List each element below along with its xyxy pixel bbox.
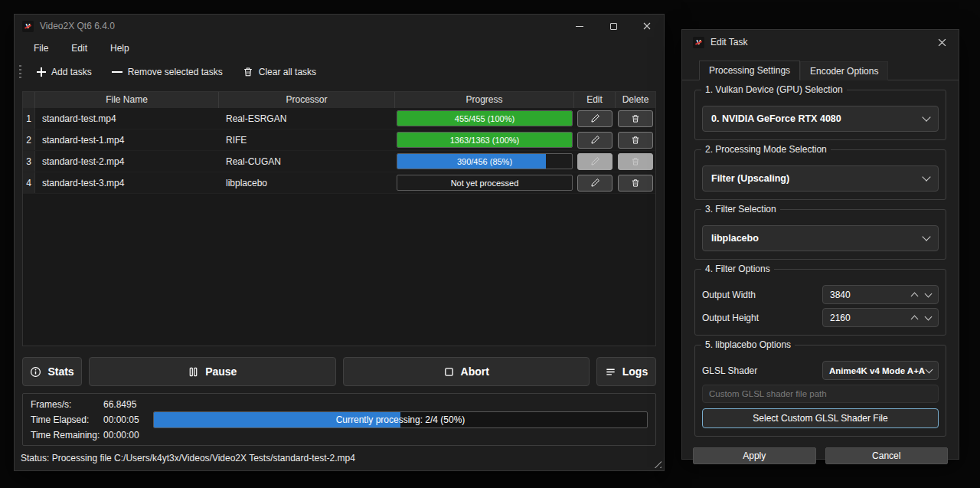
filter-group-legend: 3. Filter Selection [701,204,780,215]
stats-label: Stats [47,365,74,378]
chevron-up-icon[interactable] [911,292,919,300]
remove-selected-tasks-button[interactable]: Remove selected tasks [106,63,229,81]
output-height-label: Output Height [702,313,759,323]
dialog-close-button[interactable] [925,30,959,54]
abort-label: Abort [461,365,489,378]
gpu-select[interactable]: 0. NVIDIA GeForce RTX 4080 [702,106,939,132]
processing-mode-select[interactable]: Filter (Upscaling) [702,165,939,192]
cell-processor: RIFE [219,129,395,150]
trash-icon [631,157,640,166]
maximize-button[interactable] [596,15,630,38]
output-height-value: 2160 [823,313,912,323]
tab-encoder-options[interactable]: Encoder Options [800,61,888,80]
add-tasks-button[interactable]: Add tasks [31,63,98,81]
row-number: 1 [23,108,35,129]
close-icon [938,38,946,47]
tab-processing-settings[interactable]: Processing Settings [699,61,800,80]
clear-all-tasks-button[interactable]: Clear all tasks [237,63,322,81]
gpu-select-value: 0. NVIDIA GeForce RTX 4080 [711,113,841,124]
select-custom-shader-button[interactable]: Select Custom GLSL Shader File [702,408,939,428]
logs-label: Logs [622,365,648,378]
table-row[interactable]: 4 standard-test-3.mp4 libplacebo Not yet… [23,172,655,194]
output-width-stepper[interactable]: 3840 [822,285,939,304]
time-elapsed-label: Time Elapsed: [31,414,103,425]
cell-edit [574,129,616,150]
menu-help[interactable]: Help [99,39,141,57]
cell-file-name: standard-test-1.mp4 [35,129,219,150]
header-gutter [23,92,35,108]
glsl-shader-row: GLSL Shader Anime4K v4 Mode A+A [702,361,939,380]
header-processor[interactable]: Processor [219,92,395,108]
apply-button[interactable]: Apply [693,447,816,464]
edit-button-disabled [577,153,612,170]
table-row[interactable]: 2 standard-test-1.mp4 RIFE 1363/1363 (10… [23,129,655,151]
toolbar-drag-handle[interactable] [19,65,21,79]
add-tasks-label: Add tasks [51,67,92,77]
metrics: Frames/s: 66.8495 Time Elapsed: 00:00:05… [31,399,145,441]
edit-button[interactable] [577,110,612,127]
header-delete[interactable]: Delete [616,92,655,108]
chevron-up-icon[interactable] [911,315,919,323]
glsl-shader-value: Anime4K v4 Mode A+A [829,366,925,375]
progress-label: 390/456 (85%) [397,154,572,169]
statusbar: Status: Processing file C:/Users/k4yt3x/… [15,446,664,470]
table-row[interactable]: 3 standard-test-2.mp4 Real-CUGAN 390/456… [23,151,655,172]
output-width-label: Output Width [702,290,756,300]
overall-progress-label: Currently processing: 2/4 (50%) [154,412,647,427]
header-file-name[interactable]: File Name [35,92,219,108]
gpu-selection-group: 1. Vulkan Device (GPU) Selection 0. NVID… [694,90,946,140]
chevron-down-icon[interactable] [925,290,933,297]
progress-label: Not yet processed [397,175,572,191]
cancel-button[interactable]: Cancel [825,447,949,464]
resize-grip[interactable] [653,460,662,468]
logs-button[interactable]: Logs [596,357,656,386]
edit-button[interactable] [577,175,612,192]
filter-selection-group: 3. Filter Selection libplacebo [694,209,946,260]
time-remaining-label: Time Remaining: [31,430,103,441]
menubar: File Edit Help [15,38,664,59]
close-button[interactable] [630,15,664,38]
glsl-shader-label: GLSL Shader [702,365,757,376]
filter-options-group: 4. Filter Options Output Width 3840 Outp… [694,269,946,336]
delete-button[interactable] [618,132,653,149]
output-height-stepper[interactable]: 2160 [822,308,939,327]
logs-icon [605,366,616,378]
row-number: 4 [23,172,35,193]
pause-label: Pause [205,365,237,378]
pause-button[interactable]: Pause [89,357,336,386]
chevron-down-icon [922,113,930,121]
app-icon: V [22,21,34,32]
stats-button[interactable]: Stats [22,357,82,386]
table-row[interactable]: 1 standard-test.mp4 Real-ESRGAN 455/455 … [23,108,655,129]
processing-mode-value: Filter (Upscaling) [711,173,789,184]
custom-shader-path-input[interactable] [702,385,939,403]
glsl-shader-select[interactable]: Anime4K v4 Mode A+A [822,361,939,380]
progress-bar: 1363/1363 (100%) [397,132,573,148]
abort-button[interactable]: Abort [343,357,590,386]
cell-edit [574,108,616,129]
minimize-button[interactable] [563,15,596,38]
cell-file-name: standard-test-2.mp4 [35,151,219,172]
table-header: File Name Processor Progress Edit Delete [23,92,655,108]
header-edit[interactable]: Edit [574,92,616,108]
progress-label: 1363/1363 (100%) [397,133,572,148]
dialog-title: Edit Task [710,37,747,47]
edit-button[interactable] [577,132,612,149]
remove-tasks-label: Remove selected tasks [128,67,223,77]
progress-bar: 390/456 (85%) [397,153,573,169]
delete-button[interactable] [618,175,653,192]
filter-select[interactable]: libplacebo [702,225,939,251]
header-progress[interactable]: Progress [395,92,574,108]
plus-icon [37,67,46,77]
pencil-icon [590,178,600,188]
chevron-down-icon[interactable] [925,313,933,320]
delete-button-disabled [618,153,653,170]
stop-icon [443,366,455,378]
menu-edit[interactable]: Edit [60,39,99,57]
toolbar: Add tasks Remove selected tasks Clear al… [15,59,664,85]
delete-button[interactable] [618,110,653,127]
menu-file[interactable]: File [22,39,60,57]
trash-icon [243,67,253,77]
progress-bar: Not yet processed [397,175,573,191]
app-icon-letter: V [696,38,701,46]
